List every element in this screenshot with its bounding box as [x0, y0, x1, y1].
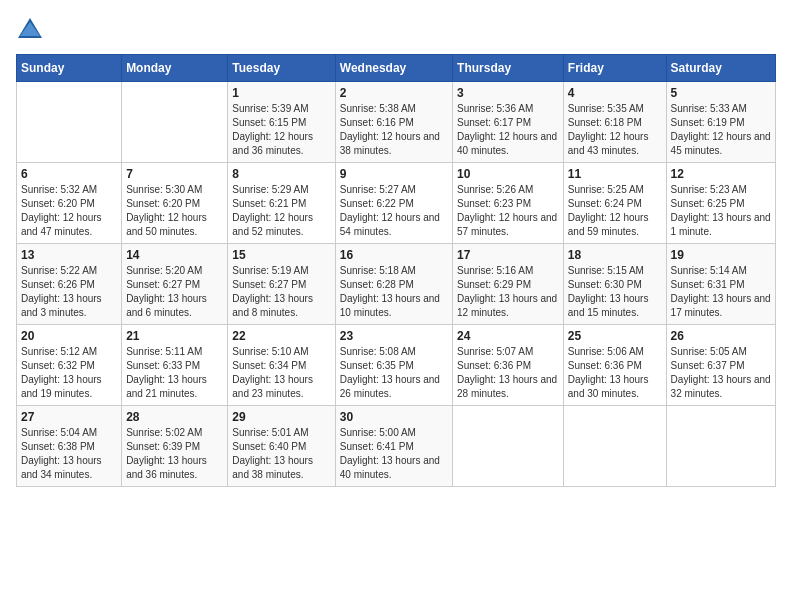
day-cell: 26Sunrise: 5:05 AMSunset: 6:37 PMDayligh…	[666, 325, 775, 406]
day-info: Sunrise: 5:36 AMSunset: 6:17 PMDaylight:…	[457, 102, 559, 158]
day-info: Sunrise: 5:10 AMSunset: 6:34 PMDaylight:…	[232, 345, 330, 401]
week-row-3: 13Sunrise: 5:22 AMSunset: 6:26 PMDayligh…	[17, 244, 776, 325]
day-number: 25	[568, 329, 662, 343]
day-number: 17	[457, 248, 559, 262]
day-info: Sunrise: 5:12 AMSunset: 6:32 PMDaylight:…	[21, 345, 117, 401]
day-cell: 14Sunrise: 5:20 AMSunset: 6:27 PMDayligh…	[122, 244, 228, 325]
day-cell: 4Sunrise: 5:35 AMSunset: 6:18 PMDaylight…	[563, 82, 666, 163]
day-number: 26	[671, 329, 771, 343]
day-cell: 15Sunrise: 5:19 AMSunset: 6:27 PMDayligh…	[228, 244, 335, 325]
day-info: Sunrise: 5:38 AMSunset: 6:16 PMDaylight:…	[340, 102, 448, 158]
day-cell: 27Sunrise: 5:04 AMSunset: 6:38 PMDayligh…	[17, 406, 122, 487]
day-info: Sunrise: 5:32 AMSunset: 6:20 PMDaylight:…	[21, 183, 117, 239]
calendar-table: SundayMondayTuesdayWednesdayThursdayFrid…	[16, 54, 776, 487]
day-cell: 11Sunrise: 5:25 AMSunset: 6:24 PMDayligh…	[563, 163, 666, 244]
day-cell	[122, 82, 228, 163]
header-row: SundayMondayTuesdayWednesdayThursdayFrid…	[17, 55, 776, 82]
day-number: 27	[21, 410, 117, 424]
day-cell: 10Sunrise: 5:26 AMSunset: 6:23 PMDayligh…	[453, 163, 564, 244]
day-cell	[666, 406, 775, 487]
day-info: Sunrise: 5:06 AMSunset: 6:36 PMDaylight:…	[568, 345, 662, 401]
day-cell: 5Sunrise: 5:33 AMSunset: 6:19 PMDaylight…	[666, 82, 775, 163]
day-info: Sunrise: 5:39 AMSunset: 6:15 PMDaylight:…	[232, 102, 330, 158]
day-cell: 12Sunrise: 5:23 AMSunset: 6:25 PMDayligh…	[666, 163, 775, 244]
day-cell: 3Sunrise: 5:36 AMSunset: 6:17 PMDaylight…	[453, 82, 564, 163]
week-row-5: 27Sunrise: 5:04 AMSunset: 6:38 PMDayligh…	[17, 406, 776, 487]
week-row-4: 20Sunrise: 5:12 AMSunset: 6:32 PMDayligh…	[17, 325, 776, 406]
day-cell: 18Sunrise: 5:15 AMSunset: 6:30 PMDayligh…	[563, 244, 666, 325]
day-cell: 7Sunrise: 5:30 AMSunset: 6:20 PMDaylight…	[122, 163, 228, 244]
day-number: 7	[126, 167, 223, 181]
day-number: 5	[671, 86, 771, 100]
day-cell: 8Sunrise: 5:29 AMSunset: 6:21 PMDaylight…	[228, 163, 335, 244]
day-number: 13	[21, 248, 117, 262]
header-cell-tuesday: Tuesday	[228, 55, 335, 82]
day-info: Sunrise: 5:15 AMSunset: 6:30 PMDaylight:…	[568, 264, 662, 320]
day-number: 1	[232, 86, 330, 100]
day-cell	[453, 406, 564, 487]
day-info: Sunrise: 5:22 AMSunset: 6:26 PMDaylight:…	[21, 264, 117, 320]
day-info: Sunrise: 5:05 AMSunset: 6:37 PMDaylight:…	[671, 345, 771, 401]
day-number: 29	[232, 410, 330, 424]
day-cell: 29Sunrise: 5:01 AMSunset: 6:40 PMDayligh…	[228, 406, 335, 487]
day-cell	[563, 406, 666, 487]
day-info: Sunrise: 5:26 AMSunset: 6:23 PMDaylight:…	[457, 183, 559, 239]
day-cell: 1Sunrise: 5:39 AMSunset: 6:15 PMDaylight…	[228, 82, 335, 163]
week-row-1: 1Sunrise: 5:39 AMSunset: 6:15 PMDaylight…	[17, 82, 776, 163]
day-info: Sunrise: 5:11 AMSunset: 6:33 PMDaylight:…	[126, 345, 223, 401]
day-info: Sunrise: 5:07 AMSunset: 6:36 PMDaylight:…	[457, 345, 559, 401]
day-number: 23	[340, 329, 448, 343]
day-cell: 16Sunrise: 5:18 AMSunset: 6:28 PMDayligh…	[335, 244, 452, 325]
day-number: 30	[340, 410, 448, 424]
day-number: 15	[232, 248, 330, 262]
day-info: Sunrise: 5:25 AMSunset: 6:24 PMDaylight:…	[568, 183, 662, 239]
day-info: Sunrise: 5:08 AMSunset: 6:35 PMDaylight:…	[340, 345, 448, 401]
calendar-header: SundayMondayTuesdayWednesdayThursdayFrid…	[17, 55, 776, 82]
header-cell-thursday: Thursday	[453, 55, 564, 82]
day-info: Sunrise: 5:33 AMSunset: 6:19 PMDaylight:…	[671, 102, 771, 158]
day-number: 22	[232, 329, 330, 343]
day-number: 6	[21, 167, 117, 181]
day-number: 12	[671, 167, 771, 181]
day-info: Sunrise: 5:18 AMSunset: 6:28 PMDaylight:…	[340, 264, 448, 320]
day-cell: 21Sunrise: 5:11 AMSunset: 6:33 PMDayligh…	[122, 325, 228, 406]
day-cell: 19Sunrise: 5:14 AMSunset: 6:31 PMDayligh…	[666, 244, 775, 325]
day-cell: 30Sunrise: 5:00 AMSunset: 6:41 PMDayligh…	[335, 406, 452, 487]
day-cell: 9Sunrise: 5:27 AMSunset: 6:22 PMDaylight…	[335, 163, 452, 244]
day-info: Sunrise: 5:04 AMSunset: 6:38 PMDaylight:…	[21, 426, 117, 482]
day-cell: 6Sunrise: 5:32 AMSunset: 6:20 PMDaylight…	[17, 163, 122, 244]
header	[16, 16, 776, 44]
day-info: Sunrise: 5:23 AMSunset: 6:25 PMDaylight:…	[671, 183, 771, 239]
logo-icon	[16, 16, 44, 44]
header-cell-friday: Friday	[563, 55, 666, 82]
day-number: 9	[340, 167, 448, 181]
svg-marker-1	[20, 22, 40, 36]
day-cell: 24Sunrise: 5:07 AMSunset: 6:36 PMDayligh…	[453, 325, 564, 406]
header-cell-wednesday: Wednesday	[335, 55, 452, 82]
week-row-2: 6Sunrise: 5:32 AMSunset: 6:20 PMDaylight…	[17, 163, 776, 244]
day-info: Sunrise: 5:14 AMSunset: 6:31 PMDaylight:…	[671, 264, 771, 320]
day-info: Sunrise: 5:29 AMSunset: 6:21 PMDaylight:…	[232, 183, 330, 239]
day-cell: 2Sunrise: 5:38 AMSunset: 6:16 PMDaylight…	[335, 82, 452, 163]
header-cell-sunday: Sunday	[17, 55, 122, 82]
calendar-body: 1Sunrise: 5:39 AMSunset: 6:15 PMDaylight…	[17, 82, 776, 487]
header-cell-saturday: Saturday	[666, 55, 775, 82]
day-number: 19	[671, 248, 771, 262]
day-info: Sunrise: 5:35 AMSunset: 6:18 PMDaylight:…	[568, 102, 662, 158]
day-number: 28	[126, 410, 223, 424]
day-cell: 13Sunrise: 5:22 AMSunset: 6:26 PMDayligh…	[17, 244, 122, 325]
day-number: 18	[568, 248, 662, 262]
logo	[16, 16, 48, 44]
day-cell: 28Sunrise: 5:02 AMSunset: 6:39 PMDayligh…	[122, 406, 228, 487]
day-number: 10	[457, 167, 559, 181]
day-info: Sunrise: 5:16 AMSunset: 6:29 PMDaylight:…	[457, 264, 559, 320]
day-cell	[17, 82, 122, 163]
day-number: 14	[126, 248, 223, 262]
day-cell: 20Sunrise: 5:12 AMSunset: 6:32 PMDayligh…	[17, 325, 122, 406]
day-info: Sunrise: 5:02 AMSunset: 6:39 PMDaylight:…	[126, 426, 223, 482]
day-info: Sunrise: 5:00 AMSunset: 6:41 PMDaylight:…	[340, 426, 448, 482]
day-number: 16	[340, 248, 448, 262]
day-number: 21	[126, 329, 223, 343]
day-info: Sunrise: 5:19 AMSunset: 6:27 PMDaylight:…	[232, 264, 330, 320]
day-cell: 23Sunrise: 5:08 AMSunset: 6:35 PMDayligh…	[335, 325, 452, 406]
